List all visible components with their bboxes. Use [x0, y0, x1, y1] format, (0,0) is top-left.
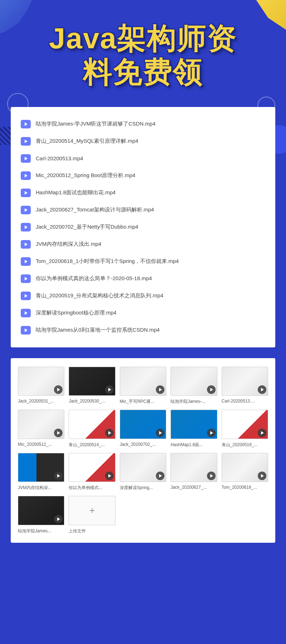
- play-icon: [54, 515, 63, 523]
- file-row[interactable]: 青山_20200519_分布式架构核心技术之消息队列.mp4: [18, 287, 268, 304]
- title-line-2: 料免费领: [83, 55, 203, 88]
- plus-icon: +: [89, 505, 95, 516]
- upload-dropzone[interactable]: +: [69, 496, 115, 525]
- video-file-icon: [21, 223, 31, 231]
- video-thumbnail-label: JVM内存结构深...: [18, 485, 64, 491]
- video-thumbnail-label: 你以为单例模式...: [69, 485, 115, 491]
- video-file-icon: [21, 309, 31, 317]
- video-thumbnail-card[interactable]: Mic_手写RPC通...: [120, 367, 166, 405]
- play-icon: [258, 385, 266, 394]
- video-thumbnail-preview: [18, 496, 64, 525]
- video-thumbnail-card[interactable]: Mic_20200512_...: [18, 410, 64, 448]
- play-icon: [54, 472, 63, 480]
- play-icon: [156, 385, 164, 394]
- video-thumbnail-label: HashMap1.8面...: [171, 442, 217, 448]
- title-line-1: Java架构师资: [49, 22, 237, 54]
- play-icon: [207, 472, 216, 480]
- file-row[interactable]: 青山_20200514_MySQL索引原理详解.mp4: [18, 133, 268, 150]
- video-thumbnail-preview: [222, 367, 268, 396]
- video-file-icon: [21, 189, 31, 197]
- file-row[interactable]: JVM内存结构深入浅出.mp4: [18, 236, 268, 253]
- file-row[interactable]: Jack_20200627_Tomcat架构设计与源码解析.mp4: [18, 201, 268, 219]
- video-thumbnail-preview: [171, 453, 217, 482]
- video-file-icon: [21, 137, 31, 146]
- video-thumbnail-label: Jack_20200702_...: [120, 442, 166, 447]
- video-thumbnail-card[interactable]: Carl-20200513....: [222, 367, 268, 405]
- video-file-icon: [21, 206, 31, 214]
- file-row[interactable]: Tom_20200618_1小时带你手写1个Spring，不信你就来.mp4: [18, 253, 268, 270]
- file-name-label: 咕泡学院James-学JVM听这节课就够了CSDN.mp4: [36, 121, 156, 127]
- file-row[interactable]: Mic_20200512_Spring Boot原理分析.mp4: [18, 167, 268, 184]
- video-file-icon: [21, 171, 31, 180]
- play-icon: [156, 429, 164, 437]
- file-name-label: Jack_20200627_Tomcat架构设计与源码解析.mp4: [36, 206, 154, 213]
- upload-label: 上传文件: [69, 528, 115, 534]
- file-row[interactable]: 深度解读Springboot核心原理.mp4: [18, 304, 268, 322]
- video-thumbnail-card[interactable]: 咕泡学院James-...: [171, 367, 217, 405]
- file-name-label: 深度解读Springboot核心原理.mp4: [36, 309, 117, 316]
- video-thumbnail-label: 青山_20200514_...: [69, 442, 115, 448]
- video-thumbnail-preview: [69, 453, 115, 482]
- video-thumbnail-label: 咕泡学院James-...: [171, 399, 217, 405]
- file-name-label: Jack_20200702_基于Netty手写Dubbo.mp4: [36, 224, 138, 230]
- video-thumbnail-label: Jack_20200530_...: [69, 399, 115, 404]
- video-thumbnail-card[interactable]: 你以为单例模式...: [69, 453, 115, 491]
- upload-card[interactable]: +上传文件: [69, 496, 115, 534]
- video-thumbnail-preview: [222, 453, 268, 482]
- video-thumbnail-card[interactable]: Jack_20200531_...: [18, 367, 64, 405]
- thumbnail-grid-panel: Jack_20200531_...Jack_20200530_...Mic_手写…: [11, 358, 275, 543]
- video-thumbnail-preview: [18, 410, 64, 439]
- video-file-icon: [21, 120, 31, 128]
- video-thumbnail-card[interactable]: 青山_20200514_...: [69, 410, 115, 448]
- video-thumbnail-label: Jack_20200531_...: [18, 399, 64, 404]
- play-icon: [207, 385, 216, 394]
- video-thumbnail-card[interactable]: 咕泡学院James...: [18, 496, 64, 534]
- file-name-label: Mic_20200512_Spring Boot原理分析.mp4: [36, 172, 135, 179]
- video-thumbnail-preview: [18, 367, 64, 396]
- file-name-label: 青山_20200519_分布式架构核心技术之消息队列.mp4: [36, 292, 163, 299]
- file-row[interactable]: 你以为单例模式真的这么简单？-2020-05-18.mp4: [18, 270, 268, 287]
- video-thumbnail-preview: [18, 453, 64, 482]
- video-thumbnail-label: Tom_20200618_...: [222, 485, 268, 490]
- video-file-icon: [21, 274, 31, 283]
- file-row[interactable]: 咕泡学院James从0到1落地一个监控系统CSDN.mp4: [18, 322, 268, 339]
- file-name-label: 你以为单例模式真的这么简单？-2020-05-18.mp4: [36, 275, 152, 282]
- video-thumbnail-preview: [120, 367, 166, 396]
- play-icon: [105, 429, 114, 437]
- play-icon: [207, 429, 216, 437]
- play-icon: [54, 385, 63, 394]
- video-thumbnail-preview: [222, 410, 268, 439]
- video-thumbnail-label: Jack_20200627_...: [171, 485, 217, 490]
- file-name-label: HashMap1.8面试也能聊出花.mp4: [36, 189, 115, 196]
- video-file-icon: [21, 292, 31, 300]
- video-thumbnail-preview: [171, 410, 217, 439]
- video-thumbnail-card[interactable]: JVM内存结构深...: [18, 453, 64, 491]
- video-file-icon: [21, 326, 31, 335]
- video-thumbnail-card[interactable]: 深度解读Spring...: [120, 453, 166, 491]
- video-thumbnail-card[interactable]: Jack_20200530_...: [69, 367, 115, 405]
- page-title: Java架构师资 料免费领: [14, 21, 272, 89]
- video-thumbnail-card[interactable]: Jack_20200627_...: [171, 453, 217, 491]
- file-row[interactable]: Carl-20200513.mp4: [18, 150, 268, 167]
- file-row[interactable]: 咕泡学院James-学JVM听这节课就够了CSDN.mp4: [18, 116, 268, 133]
- video-thumbnail-card[interactable]: 青山_20200519_...: [222, 410, 268, 448]
- play-icon: [156, 472, 164, 480]
- video-file-icon: [21, 257, 31, 266]
- video-thumbnail-card[interactable]: Jack_20200702_...: [120, 410, 166, 448]
- video-thumbnail-card[interactable]: Tom_20200618_...: [222, 453, 268, 491]
- video-thumbnail-label: 深度解读Spring...: [120, 485, 166, 491]
- video-thumbnail-preview: [120, 453, 166, 482]
- file-row[interactable]: HashMap1.8面试也能聊出花.mp4: [18, 184, 268, 201]
- video-thumbnail-label: 青山_20200519_...: [222, 442, 268, 448]
- play-icon: [105, 472, 114, 480]
- video-thumbnail-preview: [69, 367, 115, 396]
- video-thumbnail-label: Mic_手写RPC通...: [120, 399, 166, 405]
- play-icon: [54, 429, 63, 437]
- file-row[interactable]: Jack_20200702_基于Netty手写Dubbo.mp4: [18, 219, 268, 236]
- video-thumbnail-card[interactable]: HashMap1.8面...: [171, 410, 217, 448]
- video-thumbnail-label: Carl-20200513....: [222, 399, 268, 404]
- file-name-label: Carl-20200513.mp4: [36, 155, 83, 161]
- video-thumbnail-label: Mic_20200512_...: [18, 442, 64, 447]
- hero-banner: Java架构师资 料免费领: [0, 0, 286, 107]
- file-name-label: 青山_20200514_MySQL索引原理详解.mp4: [36, 138, 138, 145]
